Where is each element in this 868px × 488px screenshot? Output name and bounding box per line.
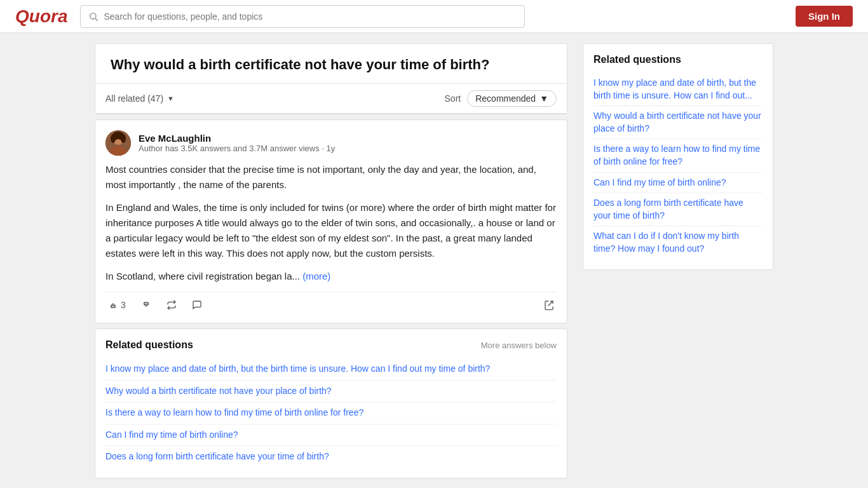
search-icon bbox=[88, 11, 98, 22]
search-bar bbox=[80, 5, 525, 28]
downvote-button[interactable] bbox=[139, 297, 154, 313]
upvote-button[interactable]: 3 bbox=[105, 297, 128, 313]
sidebar-link-item[interactable]: What can I do if I don't know my birth t… bbox=[593, 226, 763, 259]
sort-value: Recommended bbox=[475, 93, 536, 104]
sidebar-link-item[interactable]: Does a long form birth certificate have … bbox=[593, 193, 763, 226]
sidebar: Related questions I know my place and da… bbox=[583, 43, 773, 478]
question-box: Why would a birth certificate not have y… bbox=[95, 43, 567, 114]
filter-bar: All related (47) ▼ Sort Recommended ▼ bbox=[95, 84, 567, 114]
more-link[interactable]: (more) bbox=[302, 271, 330, 281]
answer-paragraph-2: In England and Wales, the time is only i… bbox=[105, 200, 557, 261]
sort-dropdown[interactable]: Recommended ▼ bbox=[467, 90, 557, 107]
author-name[interactable]: Eve McLaughlin bbox=[139, 133, 335, 144]
sidebar-title: Related questions bbox=[593, 54, 763, 65]
upvote-icon bbox=[108, 300, 118, 310]
related-inline-title: Related questions bbox=[105, 339, 193, 351]
search-input[interactable] bbox=[104, 11, 517, 22]
related-link-item[interactable]: Can I find my time of birth online? bbox=[105, 424, 557, 447]
share-icon bbox=[544, 300, 554, 310]
answer-card: Eve McLaughlin Author has 3.5K answers a… bbox=[95, 119, 567, 323]
related-link-item[interactable]: Is there a way to learn how to find my t… bbox=[105, 402, 557, 424]
sidebar-link-item[interactable]: Why would a birth certificate not have y… bbox=[593, 106, 763, 139]
main-content: Why would a birth certificate not have y… bbox=[95, 43, 567, 478]
author-info: Eve McLaughlin Author has 3.5K answers a… bbox=[139, 133, 335, 153]
answer-text: Most countries consider that the precise… bbox=[105, 162, 557, 284]
svg-line-1 bbox=[95, 18, 98, 21]
chevron-down-icon: ▼ bbox=[539, 93, 548, 104]
comment-icon bbox=[192, 300, 202, 310]
upvote-count: 3 bbox=[121, 300, 126, 310]
related-link-item[interactable]: Does a long form birth certificate have … bbox=[105, 446, 557, 468]
svg-rect-11 bbox=[144, 302, 148, 304]
all-related-filter[interactable]: All related (47) ▼ bbox=[105, 93, 174, 104]
action-bar: 3 bbox=[105, 292, 557, 313]
sidebar-card: Related questions I know my place and da… bbox=[583, 43, 773, 270]
share-button[interactable] bbox=[541, 297, 557, 313]
avatar-image bbox=[105, 130, 131, 156]
more-answers-label: More answers below bbox=[481, 341, 557, 350]
related-questions-inline: Related questions More answers below I k… bbox=[95, 329, 567, 478]
svg-point-8 bbox=[111, 134, 116, 143]
chevron-down-icon: ▼ bbox=[167, 95, 174, 102]
author-meta: Author has 3.5K answers and 3.7M answer … bbox=[139, 144, 335, 153]
svg-point-9 bbox=[121, 134, 126, 143]
svg-rect-10 bbox=[111, 306, 116, 308]
related-links-list: I know my place and date of birth, but t… bbox=[105, 358, 557, 468]
header: Quora Sign In bbox=[0, 0, 868, 33]
answer-paragraph-3: In Scotland, where civil registration be… bbox=[105, 269, 557, 284]
all-related-label: All related (47) bbox=[105, 93, 163, 104]
author-row: Eve McLaughlin Author has 3.5K answers a… bbox=[105, 130, 557, 156]
svg-point-0 bbox=[90, 13, 96, 19]
avatar bbox=[105, 130, 131, 156]
related-link-item[interactable]: I know my place and date of birth, but t… bbox=[105, 358, 557, 381]
signin-button[interactable]: Sign In bbox=[796, 6, 853, 27]
question-title: Why would a birth certificate not have y… bbox=[95, 44, 567, 84]
downvote-icon bbox=[141, 300, 151, 310]
sidebar-links-list: I know my place and date of birth, but t… bbox=[593, 73, 763, 259]
answer-paragraph-1: Most countries consider that the precise… bbox=[105, 162, 557, 193]
sidebar-link-item[interactable]: Is there a way to learn how to find my t… bbox=[593, 139, 763, 172]
sort-label: Sort bbox=[445, 93, 461, 104]
repost-button[interactable] bbox=[164, 297, 179, 313]
sidebar-link-item[interactable]: I know my place and date of birth, but t… bbox=[593, 73, 763, 106]
related-inline-header: Related questions More answers below bbox=[105, 339, 557, 351]
comment-button[interactable] bbox=[189, 297, 205, 313]
related-link-item[interactable]: Why would a birth certificate not have y… bbox=[105, 381, 557, 403]
page-container: Why would a birth certificate not have y… bbox=[85, 0, 783, 478]
sidebar-link-item[interactable]: Can I find my time of birth online? bbox=[593, 173, 763, 194]
repost-icon bbox=[166, 300, 177, 310]
quora-logo[interactable]: Quora bbox=[15, 6, 67, 27]
